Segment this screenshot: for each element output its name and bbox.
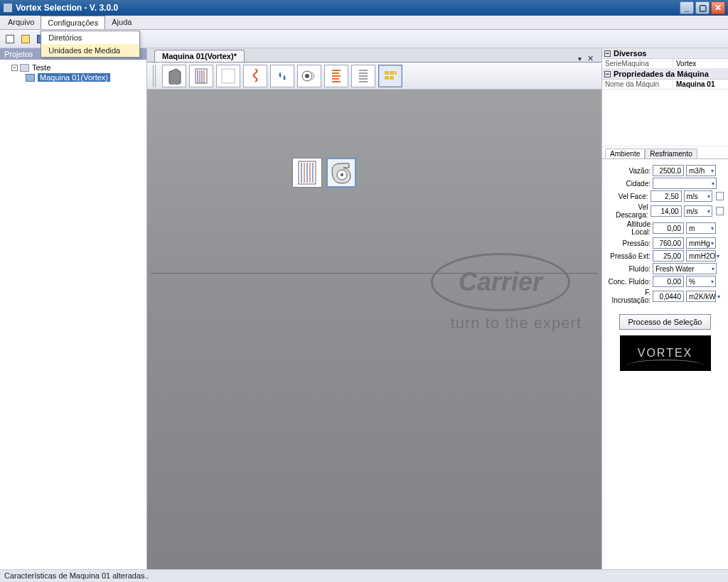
module-btn-1[interactable]	[162, 65, 186, 87]
properties-panel: − Diversos SerieMaquina Vortex − Proprie…	[601, 48, 728, 569]
tree-item-maquina01-label: Maquina 01(Vortex)	[38, 73, 110, 82]
canvas-item-fan[interactable]	[326, 158, 356, 188]
ambiente-form: Vazão: m3/h Cidade: Vel Face: m/s Vel De…	[602, 159, 728, 307]
heating-element-icon	[328, 68, 344, 85]
status-text: Características de Maquina 01 alteradas.…	[4, 571, 149, 580]
minimize-button[interactable]: _	[680, 1, 694, 14]
section-diversos[interactable]: − Diversos	[602, 48, 728, 59]
input-pressaoext[interactable]	[653, 250, 684, 262]
module-btn-3[interactable]	[216, 65, 240, 87]
menu-configuracoes[interactable]: Configurações Diretórios Unidades de Med…	[41, 16, 105, 29]
window-title: Vortex Selection - V. 3.0.0	[16, 3, 118, 13]
input-altitude[interactable]	[653, 222, 684, 234]
dropdown-item-diretorios[interactable]: Diretórios	[41, 31, 139, 44]
prop-row-serie: SerieMaquina Vortex	[602, 59, 728, 69]
section-propriedades[interactable]: − Propriedades da Máquina	[602, 69, 728, 80]
unit-fincr-text: m2K/kW	[689, 293, 716, 301]
tab-maquina01-label: Maquina 01(Vortex)*	[162, 52, 237, 60]
label-fincr: F. Incrustação:	[606, 289, 651, 304]
input-vazao[interactable]	[653, 165, 684, 176]
module-btn-5[interactable]	[270, 65, 294, 87]
select-cidade[interactable]	[653, 178, 717, 189]
module-btn-8[interactable]	[351, 65, 375, 87]
input-concfluido[interactable]	[653, 276, 684, 287]
checkbox-veldes[interactable]	[716, 207, 724, 215]
window-buttons: _ ▢ ✕	[678, 1, 725, 14]
tree-item-teste[interactable]: − Teste	[1, 63, 145, 72]
machine-icon	[26, 74, 35, 82]
filter-icon	[193, 68, 209, 85]
dropdown-item-unidades[interactable]: Unidades de Medida	[41, 44, 139, 57]
row-fluido: Fluído: Fresh Water	[606, 263, 724, 274]
app-icon	[3, 3, 13, 13]
filter-icon	[297, 161, 317, 185]
tree-item-maquina01[interactable]: Maquina 01(Vortex)	[1, 72, 145, 82]
label-cidade: Cidade:	[606, 180, 651, 188]
label-pressaoext: Pressão Ext:	[606, 252, 651, 260]
unit-veldes[interactable]: m/s	[684, 205, 712, 217]
close-button[interactable]: ✕	[711, 1, 725, 14]
tab-maquina01[interactable]: Maquina 01(Vortex)*	[154, 50, 245, 62]
toolbar-open-button[interactable]	[18, 32, 33, 46]
unit-pressao-text: mmHg	[689, 239, 710, 247]
design-canvas[interactable]: Carrier turn to the expert	[147, 90, 601, 569]
menu-arquivo[interactable]: Arquivo	[1, 16, 41, 29]
module-btn-9[interactable]	[378, 65, 402, 87]
prop-serie-value: Vortex	[673, 59, 728, 68]
module-btn-7[interactable]	[324, 65, 348, 87]
unit-altitude-text: m	[689, 225, 695, 232]
toolbar-new-button[interactable]	[3, 32, 17, 46]
input-fincr[interactable]	[653, 291, 684, 302]
menu-ajuda-label: Ajuda	[112, 18, 132, 26]
unit-pressao[interactable]: mmHg	[686, 237, 716, 249]
collapse-icon[interactable]: −	[604, 71, 611, 77]
document-tabstrip: Maquina 01(Vortex)* ✕	[147, 48, 601, 63]
input-velface[interactable]	[651, 190, 682, 202]
carrier-logo: Carrier	[431, 253, 570, 311]
label-pressao: Pressão:	[606, 239, 651, 247]
dropdown-configuracoes: Diretórios Unidades de Medida	[41, 31, 140, 58]
menu-arquivo-label: Arquivo	[8, 18, 34, 26]
settings-tabstrip: Ambiente Resfriamento	[602, 146, 728, 159]
tab-resfriamento[interactable]: Resfriamento	[645, 149, 697, 158]
carrier-tagline: turn to the expert	[442, 314, 582, 333]
label-concfluido: Conc. Fluído:	[606, 278, 651, 286]
prop-nome-value: Maquina 01	[673, 80, 728, 89]
module-btn-4[interactable]	[243, 65, 267, 87]
heating-coil-icon	[247, 68, 263, 85]
select-cidade-value	[655, 180, 658, 188]
unit-fincr[interactable]: m2K/kW	[686, 291, 716, 302]
module-btn-2[interactable]	[189, 65, 213, 87]
menu-configuracoes-label: Configurações	[48, 18, 98, 27]
svg-rect-1	[196, 69, 207, 83]
input-veldes[interactable]	[651, 205, 682, 217]
collapse-icon[interactable]: −	[604, 50, 611, 57]
unit-vazao[interactable]: m3/h	[686, 165, 716, 176]
carrier-brand-text: Carrier	[459, 267, 542, 297]
canvas-item-filter[interactable]	[292, 158, 322, 188]
checkbox-velface[interactable]	[716, 192, 724, 200]
prop-row-nome: Nome da Máquin Maquina 01	[602, 80, 728, 90]
folder-icon	[20, 64, 29, 72]
tab-ambiente[interactable]: Ambiente	[605, 149, 645, 158]
menu-ajuda[interactable]: Ajuda	[105, 16, 138, 29]
prop-serie-key: SerieMaquina	[602, 59, 673, 68]
unit-velface[interactable]: m/s	[684, 190, 712, 202]
unit-pressaoext[interactable]: mmH2O	[686, 250, 716, 262]
process-selection-button[interactable]: Processo de Seleção	[619, 314, 712, 330]
unit-concfluido[interactable]: %	[686, 276, 716, 287]
input-pressao[interactable]	[653, 237, 684, 249]
row-concfluido: Conc. Fluído: %	[606, 276, 724, 287]
row-veldes: Vel Descarga: m/s	[606, 203, 724, 219]
new-file-icon	[6, 35, 14, 43]
select-fluido[interactable]: Fresh Water	[653, 263, 717, 274]
collapser-icon[interactable]: −	[11, 65, 18, 71]
menubar: Arquivo Configurações Diretórios Unidade…	[0, 16, 728, 30]
tab-dropdown-icon[interactable]	[578, 55, 584, 62]
unit-altitude[interactable]: m	[686, 222, 716, 234]
module-btn-6[interactable]	[297, 65, 321, 87]
section-propriedades-label: Propriedades da Máquina	[614, 70, 709, 78]
row-pressaoext: Pressão Ext: mmH2O	[606, 250, 724, 262]
tab-close-button[interactable]: ✕	[587, 55, 594, 62]
maximize-button[interactable]: ▢	[695, 1, 710, 14]
